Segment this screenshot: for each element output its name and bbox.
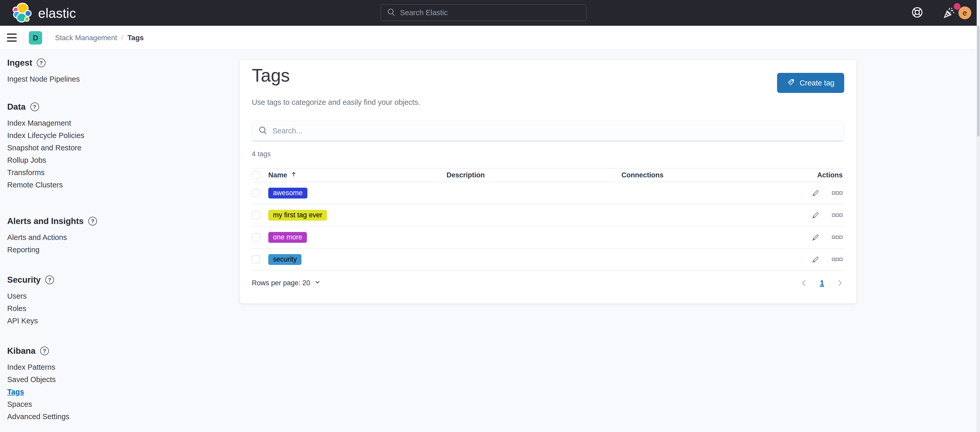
column-header-connections: Connections (621, 171, 663, 179)
chevron-down-icon (314, 279, 321, 288)
table-row: my first tag ever (252, 204, 844, 226)
section-title: Kibana (7, 346, 35, 356)
row-checkbox[interactable] (252, 255, 260, 264)
breadcrumb: Stack Management / Tags (55, 26, 144, 50)
avatar-initial: e (963, 8, 967, 17)
more-actions-button[interactable] (832, 257, 843, 261)
table-row: one more (252, 226, 844, 249)
sidebar-item-snapshot-and-restore[interactable]: Snapshot and Restore (7, 142, 84, 154)
sidebar-section-ingest: Ingest ? Ingest Node Pipelines (7, 58, 80, 85)
sidebar-item-rollup-jobs[interactable]: Rollup Jobs (7, 154, 84, 166)
sidebar-item-api-keys[interactable]: API Keys (7, 315, 54, 327)
question-circle-icon[interactable]: ? (40, 346, 49, 355)
rows-per-page-button[interactable]: Rows per page: 20 (252, 279, 321, 288)
sidebar-item-index-patterns[interactable]: Index Patterns (7, 361, 70, 373)
question-circle-icon[interactable]: ? (88, 217, 97, 226)
table-row: security (252, 249, 844, 271)
user-avatar[interactable]: e (958, 6, 971, 19)
column-header-name[interactable]: Name (268, 171, 287, 179)
edit-tag-button[interactable] (811, 233, 820, 242)
search-icon (258, 125, 268, 136)
edit-tag-button[interactable] (811, 211, 820, 220)
tag-icon (787, 78, 795, 88)
breadcrumb-stack-management[interactable]: Stack Management (55, 34, 117, 42)
global-search-bar[interactable] (381, 4, 587, 21)
sidebar-section-kibana: Kibana ? Index Patterns Saved Objects Ta… (7, 346, 70, 423)
more-actions-button[interactable] (832, 235, 843, 239)
sidebar-item-index-lifecycle-policies[interactable]: Index Lifecycle Policies (7, 129, 84, 142)
global-search-input[interactable] (400, 8, 581, 17)
tags-table: Name Description Connections Actions awe… (252, 168, 844, 271)
tags-panel: Tags Create tag Use tags to categorize a… (239, 59, 857, 304)
sidebar-item-remote-clusters[interactable]: Remote Clusters (7, 179, 84, 191)
row-checkbox[interactable] (252, 211, 260, 219)
question-circle-icon[interactable]: ? (45, 276, 54, 284)
page-scrollbar[interactable] (977, 0, 980, 432)
sidebar-section-alerts-insights: Alerts and Insights ? Alerts and Actions… (7, 216, 97, 256)
app-header: elastic (0, 0, 980, 26)
elastic-logo[interactable]: elastic (11, 2, 76, 24)
sidebar-item-transforms[interactable]: Transforms (7, 166, 84, 179)
elastic-logo-icon (11, 2, 32, 24)
edit-tag-button[interactable] (811, 255, 820, 264)
scrollbar-thumb[interactable] (977, 26, 980, 136)
sidebar-item-ingest-node-pipelines[interactable]: Ingest Node Pipelines (7, 73, 80, 85)
divider (48, 30, 48, 45)
tag-badge: one more (268, 232, 307, 243)
sidebar-item-reporting[interactable]: Reporting (7, 244, 97, 256)
help-button[interactable] (910, 6, 924, 19)
space-badge[interactable]: D (29, 31, 42, 45)
edit-tag-button[interactable] (811, 189, 820, 198)
question-circle-icon[interactable]: ? (37, 59, 46, 67)
elastic-logo-text: elastic (38, 5, 76, 21)
column-header-actions: Actions (817, 171, 843, 179)
sidebar-item-tags[interactable]: Tags (7, 386, 70, 398)
sidebar-item-index-management[interactable]: Index Management (7, 117, 84, 129)
create-tag-button[interactable]: Create tag (777, 73, 844, 93)
tags-count: 4 tags (252, 150, 271, 158)
help-icon (911, 6, 924, 20)
tag-badge: security (268, 254, 301, 265)
breadcrumb-separator: / (121, 33, 123, 42)
tag-badge: awesome (268, 188, 307, 199)
breadcrumb-bar: D Stack Management / Tags (0, 26, 980, 50)
sidebar-item-saved-objects[interactable]: Saved Objects (7, 373, 70, 386)
row-checkbox[interactable] (252, 233, 260, 241)
table-header-row: Name Description Connections Actions (252, 168, 844, 182)
page-number-1[interactable]: 1 (820, 279, 824, 287)
section-title: Security (7, 275, 41, 285)
sidebar-section-security: Security ? Users Roles API Keys (7, 275, 54, 327)
section-title: Ingest (7, 58, 32, 68)
page-title: Tags (252, 65, 290, 86)
section-title: Alerts and Insights (7, 216, 84, 226)
sidebar-item-alerts-and-actions[interactable]: Alerts and Actions (7, 231, 97, 244)
sidebar-item-spaces[interactable]: Spaces (7, 398, 70, 410)
search-icon (387, 8, 396, 18)
column-header-description: Description (447, 171, 485, 179)
menu-toggle-button[interactable] (7, 32, 17, 43)
select-all-checkbox[interactable] (252, 171, 260, 179)
sort-ascending-icon (290, 171, 297, 179)
question-circle-icon[interactable]: ? (30, 102, 39, 111)
create-tag-label: Create tag (800, 79, 834, 87)
breadcrumb-tags: Tags (127, 34, 144, 42)
page-description: Use tags to categorize and easily find y… (252, 98, 420, 107)
tags-search-input[interactable] (272, 127, 838, 135)
tag-badge: my first tag ever (268, 210, 327, 221)
more-actions-button[interactable] (832, 191, 843, 195)
table-pagination: Rows per page: 20 1 (252, 275, 844, 291)
sidebar-item-users[interactable]: Users (7, 290, 54, 302)
next-page-button[interactable] (835, 279, 844, 287)
more-actions-button[interactable] (832, 213, 843, 217)
previous-page-button[interactable] (800, 279, 808, 287)
row-checkbox[interactable] (252, 189, 260, 197)
divider (24, 30, 24, 45)
table-row: awesome (252, 182, 844, 204)
section-title: Data (7, 102, 26, 112)
sidebar-item-roles[interactable]: Roles (7, 302, 54, 315)
tags-search-box[interactable] (252, 121, 844, 141)
rows-per-page-label: Rows per page: 20 (252, 279, 310, 287)
sidebar-section-data: Data ? Index Management Index Lifecycle … (7, 102, 84, 191)
sidebar-item-advanced-settings[interactable]: Advanced Settings (7, 410, 70, 423)
